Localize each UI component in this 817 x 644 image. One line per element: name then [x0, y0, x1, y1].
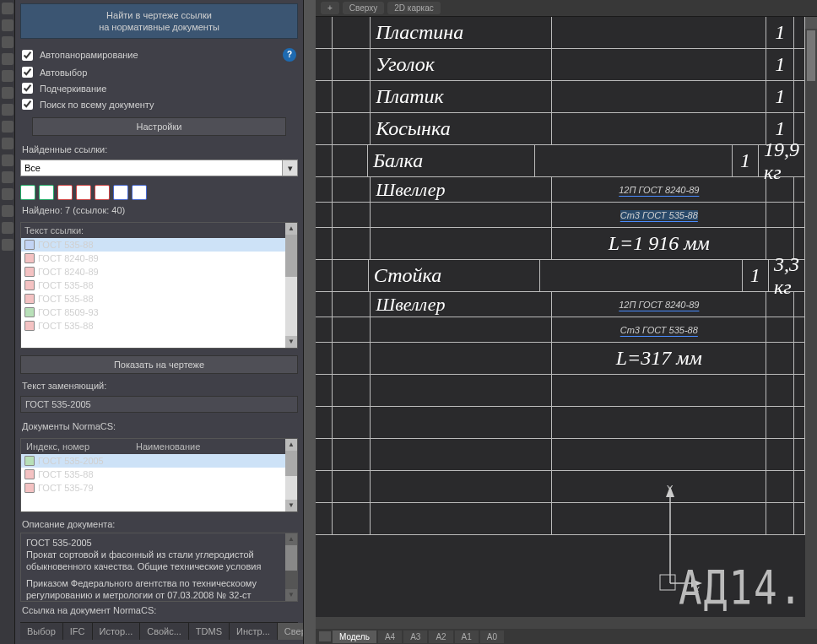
- tool-icon[interactable]: [2, 205, 14, 217]
- gost-link[interactable]: 12П ГОСТ 8240-89: [619, 300, 699, 310]
- found-links-label: Найденные ссылки:: [20, 141, 298, 158]
- drawing-area[interactable]: Пластина1 Уголок1 Платик1 Косынка1 Балка…: [316, 17, 817, 644]
- tab-tools[interactable]: Инстр...: [230, 623, 278, 640]
- action-icon[interactable]: [95, 185, 110, 200]
- gost-link[interactable]: Ст3 ГОСТ 535-88: [620, 325, 698, 335]
- tab-a4[interactable]: А4: [378, 630, 402, 643]
- tool-icon[interactable]: [2, 104, 14, 116]
- layout-icon[interactable]: [319, 631, 331, 641]
- label-underline: Подчеркивание: [40, 84, 106, 94]
- tab-a1[interactable]: А1: [455, 630, 479, 643]
- filter-select[interactable]: Все ▾: [20, 160, 298, 176]
- list-item[interactable]: ГОСТ 535-2005: [21, 454, 297, 468]
- action-icon[interactable]: [39, 185, 54, 200]
- links-listbox: Текст ссылки: ГОСТ 535-88 ГОСТ 8240-89 Г…: [20, 222, 298, 349]
- tool-icon[interactable]: [2, 19, 14, 31]
- part-name: Косынка: [371, 113, 552, 144]
- tool-icon[interactable]: [2, 239, 14, 251]
- list-item[interactable]: ГОСТ 535-88: [21, 292, 297, 306]
- action-icons: [20, 185, 298, 200]
- tab-props[interactable]: Свойс...: [140, 623, 189, 640]
- tool-icon[interactable]: [2, 87, 14, 99]
- svg-text:Y: Y: [667, 484, 674, 494]
- scrollbar[interactable]: ▲▼: [285, 533, 297, 601]
- show-on-drawing-button[interactable]: Показать на чертеже: [20, 355, 298, 374]
- tab-a3[interactable]: А3: [403, 630, 427, 643]
- tool-icon[interactable]: [2, 188, 14, 200]
- replace-input[interactable]: ГОСТ 535-2005: [20, 396, 298, 413]
- tool-icon[interactable]: [2, 121, 14, 133]
- view-wireframe[interactable]: 2D каркас: [387, 2, 440, 14]
- qty: 1: [743, 260, 769, 291]
- layout-tabs: Модель А4 А3 А2 А1 А0: [316, 629, 817, 644]
- doc-icon: [24, 240, 35, 250]
- doc-icon: [24, 307, 35, 317]
- qty: 1: [766, 49, 794, 80]
- found-count: Найдено: 7 (ссылок: 40): [20, 202, 298, 219]
- action-icon[interactable]: [113, 185, 128, 200]
- help-icon[interactable]: ?: [283, 48, 296, 62]
- length: L=1 916 мм: [552, 228, 766, 259]
- list-item[interactable]: ГОСТ 535-88: [21, 468, 297, 481]
- list-item[interactable]: ГОСТ 535-79: [21, 481, 297, 495]
- viewport-tabs: + Сверху 2D каркас: [316, 0, 817, 17]
- gost-link-selected[interactable]: Ст3 ГОСТ 535-88: [620, 210, 698, 220]
- list-item[interactable]: ГОСТ 8240-89: [21, 265, 297, 279]
- qty: 1: [766, 81, 794, 112]
- tool-palette: [0, 0, 15, 644]
- tool-icon[interactable]: [2, 171, 14, 183]
- find-links-button[interactable]: Найти в чертеже ссылки на нормативные до…: [20, 3, 298, 39]
- tool-icon[interactable]: [2, 53, 14, 65]
- check-autosel[interactable]: [22, 67, 33, 78]
- list-item[interactable]: ГОСТ 535-88: [21, 319, 297, 333]
- list-item[interactable]: ГОСТ 8509-93: [21, 306, 297, 319]
- tab-model[interactable]: Модель: [333, 630, 376, 643]
- doc-icon: [24, 294, 35, 304]
- list-item[interactable]: ГОСТ 535-88: [21, 238, 297, 252]
- doc-icon: [24, 483, 35, 493]
- list-item[interactable]: ГОСТ 535-88: [21, 279, 297, 292]
- tab-ifc[interactable]: IFC: [63, 623, 93, 640]
- action-icon[interactable]: [20, 185, 35, 200]
- view-top[interactable]: Сверху: [343, 2, 384, 14]
- check-autopan[interactable]: [22, 50, 33, 61]
- canvas-vscroll[interactable]: [805, 17, 817, 629]
- find-links-line2: на нормативные документы: [24, 21, 294, 33]
- panel-scrollbar[interactable]: [304, 0, 316, 644]
- col-name: Наименование: [131, 439, 205, 454]
- tool-icon[interactable]: [2, 70, 14, 82]
- action-icon[interactable]: [57, 185, 73, 200]
- tool-icon[interactable]: [2, 138, 14, 149]
- tool-icon[interactable]: [2, 3, 14, 14]
- tab-check[interactable]: Сверк...: [278, 623, 304, 640]
- check-fullsearch[interactable]: [22, 99, 33, 110]
- gost-link[interactable]: 12П ГОСТ 8240-89: [619, 185, 699, 195]
- action-icon[interactable]: [76, 185, 91, 200]
- scrollbar[interactable]: ▲▼: [285, 439, 297, 511]
- add-viewport[interactable]: +: [321, 2, 339, 14]
- links-header: Текст ссылки:: [21, 223, 297, 238]
- doc-icon: [24, 267, 35, 277]
- tab-select[interactable]: Выбор: [20, 623, 63, 640]
- length: L=317 мм: [552, 343, 766, 374]
- action-icon[interactable]: [132, 185, 147, 200]
- label-autosel: Автовыбор: [40, 68, 87, 78]
- canvas-hscroll[interactable]: [316, 617, 817, 629]
- chevron-down-icon[interactable]: ▾: [282, 160, 297, 176]
- desc-title: ГОСТ 535-2005: [26, 537, 292, 549]
- list-item[interactable]: ГОСТ 8240-89: [21, 252, 297, 265]
- tab-tdms[interactable]: TDMS: [189, 623, 230, 640]
- normacs-docs-label: Документы NormaCS:: [20, 418, 298, 435]
- tab-history[interactable]: Истор...: [93, 623, 141, 640]
- doc-icon: [24, 280, 35, 290]
- scrollbar[interactable]: ▲▼: [285, 223, 297, 348]
- tool-icon[interactable]: [2, 36, 14, 48]
- tool-icon[interactable]: [2, 154, 14, 166]
- settings-button[interactable]: Настройки: [32, 117, 286, 136]
- tool-icon[interactable]: [2, 222, 14, 234]
- tab-a2[interactable]: А2: [429, 630, 452, 643]
- part-name: Пластина: [371, 17, 552, 48]
- doc-icon: [24, 253, 35, 263]
- tab-a0[interactable]: А0: [480, 630, 504, 643]
- check-underline[interactable]: [22, 83, 33, 94]
